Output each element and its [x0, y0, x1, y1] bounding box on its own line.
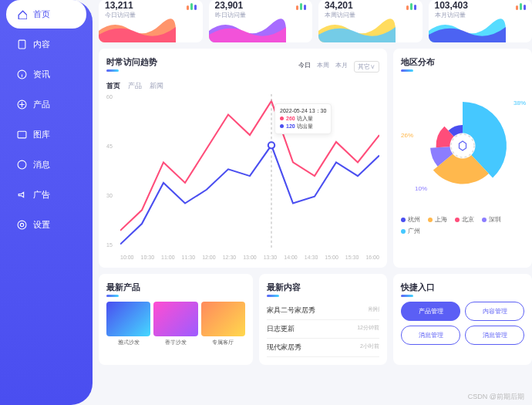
watermark: CSDN @前期后期 — [468, 392, 524, 402]
content-row-time: 12分钟前 — [357, 324, 379, 334]
quick-btn-3[interactable]: 消息管理 — [465, 326, 524, 345]
product-name: 香芋沙发 — [153, 339, 197, 346]
time-selector[interactable]: 其它∨ — [354, 61, 379, 73]
nav-home[interactable]: 首页 — [6, 0, 86, 29]
chart-tooltip: 2022-05-24 13：30 260 访入量 120 访出量 — [274, 103, 332, 134]
stat-card-2[interactable]: 34,201本周访问量 — [318, 0, 423, 42]
content-row-1[interactable]: 日志更新12分钟前 — [267, 320, 379, 339]
nav-label: 消息 — [33, 159, 50, 170]
product-image — [201, 302, 245, 336]
product-image — [153, 302, 197, 336]
product-item-1[interactable]: 香芋沙发 — [153, 302, 197, 346]
quick-btn-1[interactable]: 内容管理 — [465, 302, 524, 321]
product-image — [106, 302, 150, 336]
line-chart: 60453015 2022-05-24 13：30 260 访入量 120 访出… — [106, 94, 379, 260]
pie-chart: 38% 26% 10% — [401, 76, 524, 215]
legend-item: 杭州 — [401, 215, 420, 224]
sub-tabs: 首页产品新闻 — [106, 81, 379, 91]
nav-cube[interactable]: 产品 — [6, 90, 86, 119]
region-panel: 地区分布 38% 26% 10% 杭州上海北京深圳广州 — [393, 49, 532, 268]
sub-tab-0[interactable]: 首页 — [106, 81, 120, 91]
quick-btn-2[interactable]: 消息管理 — [401, 326, 460, 345]
content-row-title: 家具二号家居秀 — [267, 305, 315, 316]
content-row-title: 现代家居秀 — [267, 343, 301, 353]
cube-icon — [17, 100, 27, 110]
quick-panel: 快捷入口 产品管理内容管理消息管理消息管理 — [393, 274, 532, 365]
products-title: 最新产品 — [106, 282, 245, 293]
quick-title: 快捷入口 — [401, 282, 524, 293]
content-row-2[interactable]: 现代家居秀2小时前 — [267, 339, 379, 357]
time-tab-2[interactable]: 本月 — [335, 61, 348, 73]
legend-item: 深圳 — [482, 215, 501, 224]
time-tab-0[interactable]: 今日 — [298, 61, 311, 73]
tooltip-date: 2022-05-24 13：30 — [280, 107, 326, 115]
legend-item: 北京 — [455, 215, 474, 224]
trend-panel: 时常访问趋势 今日本周本月其它∨ 首页产品新闻 60453015 2022-05… — [99, 49, 387, 268]
nav-info[interactable]: 资讯 — [6, 60, 86, 89]
doc-icon — [17, 39, 27, 49]
nav-gear[interactable]: 设置 — [6, 211, 86, 239]
pie-legend: 杭州上海北京深圳广州 — [401, 215, 524, 235]
bell-icon — [17, 160, 27, 170]
content-title: 最新内容 — [267, 282, 379, 293]
content-panel: 最新内容 家具二号家居秀刚刚日志更新12分钟前现代家居秀2小时前 — [259, 274, 387, 365]
svg-point-5 — [20, 223, 23, 226]
region-title: 地区分布 — [401, 56, 524, 68]
svg-point-4 — [18, 160, 26, 169]
svg-point-8 — [268, 142, 274, 148]
legend-item: 上海 — [428, 215, 447, 224]
speaker-icon — [17, 190, 27, 200]
quick-btn-0[interactable]: 产品管理 — [401, 302, 460, 321]
time-tabs: 今日本周本月其它∨ — [298, 61, 379, 73]
svg-point-6 — [18, 221, 26, 229]
nav-bell[interactable]: 消息 — [6, 150, 86, 179]
products-panel: 最新产品 雅式沙发香芋沙发专属客厅 — [99, 274, 253, 365]
nav-label: 产品 — [33, 99, 50, 110]
bars-icon — [406, 3, 416, 10]
sidebar: 首页内容资讯产品图库消息广告设置 — [0, 0, 93, 405]
gear-icon — [17, 220, 27, 230]
content-row-time: 2小时前 — [360, 343, 379, 353]
info-icon — [17, 69, 27, 79]
stat-card-1[interactable]: 23,901昨日访问量 — [209, 0, 313, 42]
stat-card-3[interactable]: 103,403本月访问量 — [429, 0, 533, 42]
product-name: 雅式沙发 — [106, 339, 150, 346]
nav-label: 首页 — [33, 8, 50, 20]
trend-title: 时常访问趋势 — [106, 56, 157, 68]
content-row-time: 刚刚 — [369, 305, 379, 316]
nav-image[interactable]: 图库 — [6, 120, 86, 149]
product-name: 专属客厅 — [201, 339, 245, 346]
nav-label: 设置 — [33, 219, 50, 231]
bars-icon — [187, 3, 197, 10]
time-tab-1[interactable]: 本周 — [317, 61, 329, 73]
svg-rect-0 — [19, 40, 25, 49]
bars-icon — [296, 3, 306, 10]
nav-doc[interactable]: 内容 — [6, 30, 86, 59]
stat-card-0[interactable]: 13,211今日访问量 — [99, 0, 203, 42]
main: 13,211今日访问量23,901昨日访问量34,201本周访问量103,403… — [93, 0, 532, 405]
nav-label: 资讯 — [33, 69, 50, 80]
stats-row: 13,211今日访问量23,901昨日访问量34,201本周访问量103,403… — [99, 0, 532, 42]
bars-icon — [516, 3, 526, 10]
nav-label: 内容 — [33, 39, 50, 50]
svg-rect-3 — [18, 131, 26, 138]
image-icon — [17, 130, 27, 140]
underline — [106, 69, 119, 72]
content-row-0[interactable]: 家具二号家居秀刚刚 — [267, 302, 379, 320]
product-item-2[interactable]: 专属客厅 — [201, 302, 245, 346]
content-row-title: 日志更新 — [267, 324, 295, 334]
sub-tab-1[interactable]: 产品 — [128, 81, 142, 91]
product-item-0[interactable]: 雅式沙发 — [106, 302, 150, 346]
nav-label: 广告 — [33, 189, 50, 201]
nav-label: 图库 — [33, 129, 50, 140]
sub-tab-2[interactable]: 新闻 — [150, 81, 163, 91]
home-icon — [17, 9, 27, 19]
svg-point-9 — [450, 133, 476, 159]
legend-item: 广州 — [401, 227, 420, 235]
nav-speaker[interactable]: 广告 — [6, 181, 86, 209]
